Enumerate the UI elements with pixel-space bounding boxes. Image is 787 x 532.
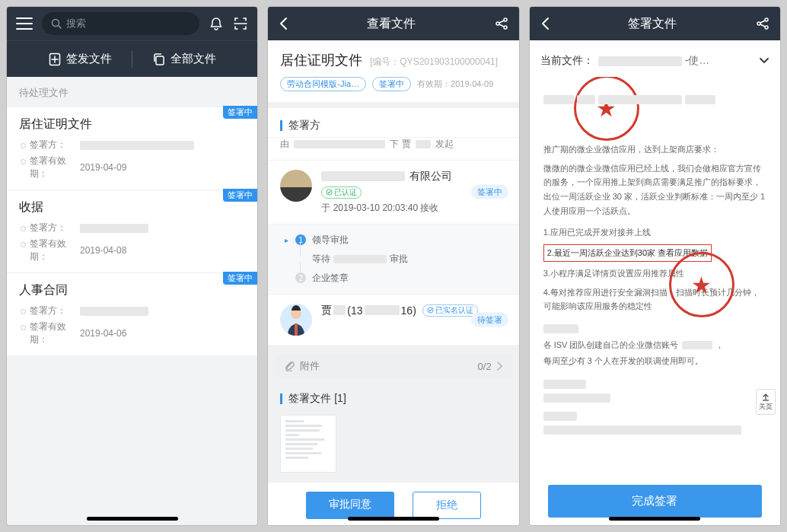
home-indicator <box>609 517 700 521</box>
complete-sign-button[interactable]: 完成签署 <box>548 485 762 518</box>
company-suffix: 有限公司 <box>409 170 452 183</box>
status-pill: 签署中 <box>471 185 508 199</box>
attach-count: 0/2 <box>478 361 492 372</box>
screen-sign-file: 签署文件 当前文件： -使… ★ 推广期的微企业微信应用，达到上架商店要求： 微… <box>529 6 781 526</box>
redacted-text <box>294 140 385 148</box>
page-float-button[interactable]: 关页 <box>756 389 776 415</box>
party-person: 贾 (13 16) 已实名认证 待签署 <box>268 295 518 346</box>
tab-label: 签发文件 <box>66 52 112 66</box>
tab-label: 全部文件 <box>170 52 216 66</box>
svg-rect-3 <box>156 56 164 65</box>
svg-point-13 <box>765 26 768 29</box>
back-icon[interactable] <box>279 17 288 30</box>
party-company: 有限公司 已认证 于 2019-03-10 20:03:40 接收 签署中 <box>268 161 518 225</box>
redacted-text <box>543 393 610 403</box>
redacted-text <box>543 324 578 333</box>
home-indicator <box>87 517 178 521</box>
redacted-text <box>543 412 577 421</box>
hamburger-icon[interactable] <box>16 17 33 30</box>
attachment-bar[interactable]: 附件 0/2 <box>276 355 511 378</box>
sign-files-header: 签署文件 [1] <box>268 387 518 410</box>
redacted-text <box>365 305 400 315</box>
paperclip-icon <box>285 361 295 371</box>
reject-button[interactable]: 拒绝 <box>413 492 481 519</box>
redacted-text <box>598 56 682 66</box>
status-pill: 待签署 <box>471 312 508 327</box>
redacted-text <box>321 171 405 181</box>
home-indicator <box>348 517 439 521</box>
status-badge: 签署中 <box>223 106 257 119</box>
redacted-text <box>80 224 148 233</box>
doc-list-item: 1.应用已完成开发对接并上线 <box>543 225 766 240</box>
current-file-suffix: -使… <box>685 54 710 68</box>
svg-point-4 <box>504 18 507 21</box>
signers-header-text: 签署方 <box>288 119 320 132</box>
svg-line-1 <box>59 26 61 28</box>
signer-label: 签署方： <box>30 221 80 234</box>
approve-button[interactable]: 审批同意 <box>306 492 394 519</box>
approval-steps: ▸ 1 领导审批 等待 审批 2 企业签章 <box>268 225 518 295</box>
share-icon[interactable] <box>756 17 769 30</box>
back-icon[interactable] <box>540 17 550 30</box>
chevron-down-icon <box>759 57 769 65</box>
receive-time: 于 2019-03-10 20:03:40 接收 <box>321 202 506 215</box>
svg-point-5 <box>496 22 499 25</box>
expiry-value: 2019-04-09 <box>80 162 126 173</box>
doc-code: [编号：QYS201903100000041] <box>370 56 498 67</box>
share-icon[interactable] <box>495 17 508 30</box>
step-number-icon: 1 <box>295 234 306 245</box>
float-label: 关页 <box>759 402 773 412</box>
file-title: 居住证明文件 <box>19 116 245 132</box>
step-number-icon: 2 <box>295 272 306 283</box>
plus-doc-icon <box>48 53 62 66</box>
expiry-label: 签署有效期： <box>30 320 80 346</box>
step-row: ▸ 1 领导审批 <box>295 231 506 250</box>
document-preview[interactable]: ★ 推广期的微企业微信应用，达到上架商店要求： 微微的的微企业微信应用已经上线，… <box>530 77 780 474</box>
signer-label: 签署方： <box>30 139 80 151</box>
file-title: 人事合同 <box>19 282 245 298</box>
current-file-label: 当前文件： <box>540 54 594 68</box>
verified-badge: 已认证 <box>321 186 362 199</box>
expiry-value: 2019-04-06 <box>80 328 126 339</box>
file-list: 签署中 居住证明文件 签署方： 签署有效期： 2019-04-09 签署中 收据… <box>7 107 257 355</box>
avatar <box>280 170 312 202</box>
realname-badge: 已实名认证 <box>422 304 478 317</box>
bell-icon[interactable] <box>209 16 224 31</box>
current-file-selector[interactable]: 当前文件： -使… <box>530 40 780 77</box>
redacted-text <box>333 255 387 263</box>
screen-file-list: 搜索 签发文件 全部文件 待处理文 <box>6 6 258 526</box>
expiry-value: 2019-04-08 <box>80 245 126 256</box>
tab-issue-file[interactable]: 签发文件 <box>48 52 112 66</box>
doc-line: 各 ISV 团队创建自己的企业微信账号 ， 每周至少有 3 个人在开发的联调使用… <box>543 338 766 368</box>
expiry-label: 有效期：2019-04-09 <box>417 78 493 90</box>
attach-label: 附件 <box>300 359 320 373</box>
tab-all-files[interactable]: 全部文件 <box>152 52 216 66</box>
scan-icon[interactable] <box>233 16 248 31</box>
svg-rect-9 <box>295 323 298 336</box>
file-item[interactable]: 签署中 人事合同 签署方： 签署有效期： 2019-04-06 <box>7 273 257 355</box>
status-badge: 签署中 <box>223 189 257 202</box>
doc-title: 居住证明文件 <box>280 53 362 68</box>
file-item[interactable]: 签署中 收据 签署方： 签署有效期： 2019-04-08 <box>7 190 257 273</box>
chip-template[interactable]: 劳动合同模版-Jia… <box>280 77 366 91</box>
nav-title: 签署文件 <box>550 16 756 32</box>
stamp-icon: ★ <box>669 252 734 317</box>
step-detail: 等待 审批 <box>295 250 506 269</box>
stamp-icon: ★ <box>574 77 639 141</box>
file-thumbnail[interactable] <box>280 415 336 473</box>
file-item[interactable]: 签署中 居住证明文件 签署方： 签署有效期： 2019-04-09 <box>7 107 257 190</box>
avatar <box>280 304 312 336</box>
redacted-text <box>333 305 346 315</box>
redacted-text <box>543 380 586 389</box>
search-icon <box>51 18 62 29</box>
redacted-text <box>682 341 712 349</box>
initiator-line: 由 下 贾 发起 <box>268 138 518 161</box>
redacted-text <box>416 140 431 148</box>
chevron-right-icon <box>496 362 502 371</box>
step-row: 2 企业签章 <box>295 269 506 288</box>
redacted-text <box>80 141 194 150</box>
redacted-text <box>80 307 148 316</box>
content-scroll[interactable]: 居住证明文件 [编号：QYS201903100000041] 劳动合同模版-Ji… <box>268 40 518 525</box>
svg-point-12 <box>757 22 760 25</box>
search-input[interactable]: 搜索 <box>42 12 199 35</box>
